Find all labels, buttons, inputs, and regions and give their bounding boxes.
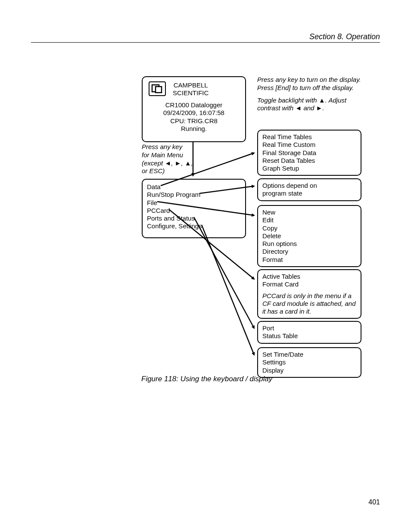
submenu-item: Status Table <box>262 332 356 340</box>
figure-caption: Figure 118: Using the keyboard / display <box>141 375 272 383</box>
data-submenu-box: Real Time Tables Real Time Custom Final … <box>257 130 361 176</box>
submenu-item: Active Tables <box>262 273 356 280</box>
submenu-item: New <box>262 208 356 216</box>
submenu-item: Settings <box>262 358 356 366</box>
instr-line: Press any key <box>142 143 206 151</box>
submenu-item: Display <box>262 367 356 374</box>
main-menu-box: Data Run/Stop Program File PCCard Ports … <box>142 179 246 238</box>
header-rule <box>31 42 380 43</box>
startup-line: Running. <box>147 125 241 133</box>
brand-line: CAMPBELL <box>174 81 208 89</box>
submenu-item: Graph Setup <box>262 165 356 172</box>
submenu-item: Real Time Tables <box>262 133 356 141</box>
submenu-item: program state <box>262 190 356 197</box>
pccard-note: PCCard is only in the menu if a CF card … <box>262 292 356 316</box>
campbell-logo-icon <box>149 81 166 96</box>
submenu-item: Copy <box>262 224 356 232</box>
instr-line: for Main Menu <box>142 151 206 159</box>
file-submenu-box: New Edit Copy Delete Run options Directo… <box>257 205 361 267</box>
menu-item-configure: Configure, Settings <box>147 222 241 230</box>
instr-line: or ESC) <box>142 167 206 175</box>
submenu-item: Run options <box>262 240 356 248</box>
startup-screen-box: CAMPBELL SCIENTIFIC CR1000 Datalogger 09… <box>142 76 246 142</box>
svg-rect-1 <box>156 87 162 93</box>
menu-item-pccard: PCCard <box>147 207 241 215</box>
configure-submenu-box: Set Time/Date Settings Display <box>257 347 361 378</box>
page-number: 401 <box>368 498 380 506</box>
submenu-item: Directory <box>262 248 356 255</box>
submenu-item: Reset Data Tables <box>262 157 356 165</box>
submenu-item: Format <box>262 256 356 264</box>
page: Section 8. Operation Press any key to tu… <box>0 0 411 532</box>
section-header: Section 8. Operation <box>309 32 380 41</box>
submenu-item: Options depend on <box>262 182 356 190</box>
submenu-item: Port <box>262 324 356 332</box>
submenu-item: Delete <box>262 232 356 240</box>
startup-line: CR1000 Datalogger <box>147 101 241 109</box>
instr-line: Toggle backlight with ▲. Adjust contrast… <box>257 96 369 113</box>
instr-line: Press [End] to turn off the display. <box>257 84 369 92</box>
svg-line-9 <box>202 225 254 355</box>
menu-item-data: Data <box>147 183 241 191</box>
side-instructions: Press any key for Main Menu (except ◄, ►… <box>142 143 206 175</box>
brand-line: SCIENTIFIC <box>173 89 209 96</box>
submenu-item: Edit <box>262 216 356 224</box>
submenu-item: Set Time/Date <box>262 351 356 358</box>
startup-line: CPU: TRIG.CR8 <box>147 117 241 125</box>
startup-line: 09/24/2009, 16:07:58 <box>147 109 241 117</box>
ports-submenu-box: Port Status Table <box>257 321 361 344</box>
menu-item-ports: Ports and Status <box>147 215 241 222</box>
menu-item-file: File <box>147 199 241 207</box>
instr-line: Press any key to turn on the display. <box>257 76 369 84</box>
top-instructions: Press any key to turn on the display. Pr… <box>257 76 369 112</box>
pccard-submenu-box: Active Tables Format Card PCCard is only… <box>257 269 361 319</box>
instr-line: (except ◄, ►, ▲, <box>142 159 206 168</box>
menu-item-runstop: Run/Stop Program <box>147 191 241 199</box>
submenu-item: Format Card <box>262 280 356 288</box>
submenu-item: Final Storage Data <box>262 149 356 157</box>
submenu-item: Real Time Custom <box>262 141 356 149</box>
runstop-submenu-box: Options depend on program state <box>257 178 361 201</box>
